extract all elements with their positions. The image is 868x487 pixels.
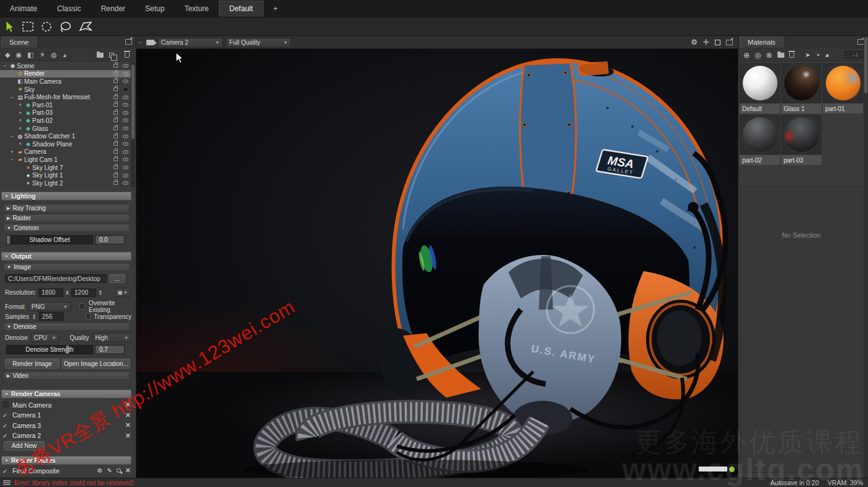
slider-handle[interactable] bbox=[7, 236, 10, 244]
pick-material-icon[interactable]: ➤ bbox=[805, 51, 810, 58]
material-thumbnail[interactable] bbox=[781, 115, 822, 154]
marquee-select-icon[interactable] bbox=[22, 21, 34, 32]
shadow-offset-slider[interactable]: Shadow Offset 0.0 bbox=[6, 235, 93, 244]
pass-preview-magnifier-icon[interactable] bbox=[117, 468, 121, 473]
menu-tab[interactable]: + bbox=[264, 1, 288, 17]
section-image[interactable]: ▼ Image bbox=[4, 263, 130, 271]
material-thumbnail[interactable] bbox=[823, 63, 863, 103]
visibility-eye-icon[interactable] bbox=[123, 174, 128, 177]
camera-enabled-checkbox[interactable] bbox=[2, 432, 12, 439]
menu-tab[interactable]: Default bbox=[219, 1, 264, 17]
lock-icon[interactable] bbox=[113, 127, 118, 130]
select-arrow-icon[interactable] bbox=[5, 20, 16, 33]
tree-row[interactable]: + ▰ Camera bbox=[0, 148, 131, 156]
viewport-settings-gear-icon[interactable]: ⚙ bbox=[691, 38, 698, 47]
tree-row[interactable]: + ◆ Shadow Plane bbox=[0, 140, 131, 148]
expander-toggle[interactable]: + bbox=[11, 149, 16, 155]
visibility-eye-icon[interactable] bbox=[123, 96, 128, 99]
scene-tree-scrollbar[interactable] bbox=[131, 62, 135, 187]
lock-icon[interactable] bbox=[113, 111, 118, 115]
resolution-stepper[interactable]: ▲▼ bbox=[99, 290, 102, 295]
expander-toggle[interactable]: + bbox=[19, 125, 24, 132]
remove-camera-icon[interactable]: ✕ bbox=[125, 401, 131, 409]
browse-button[interactable]: ... bbox=[109, 274, 125, 283]
visibility-eye-icon[interactable] bbox=[123, 158, 128, 161]
visibility-eye-icon[interactable] bbox=[123, 103, 128, 107]
viewport-3d[interactable]: − Camera 2▼ Full Quality▼ ⚙ ✛ bbox=[136, 36, 738, 478]
pass-settings-gear-icon[interactable]: ⚙ bbox=[97, 467, 102, 474]
expander-toggle[interactable]: − bbox=[11, 133, 16, 140]
section-ray-tracing[interactable]: ▶ Ray Tracing bbox=[4, 204, 130, 212]
visibility-eye-icon[interactable] bbox=[123, 118, 128, 122]
remove-camera-icon[interactable]: ✕ bbox=[125, 432, 131, 440]
add-material-icon[interactable]: ⊕ bbox=[743, 51, 750, 60]
viewport-collapse-dash[interactable]: − bbox=[139, 39, 143, 46]
history-back-icon[interactable]: ◔ bbox=[815, 51, 820, 60]
resolution-preset-dropdown[interactable]: ▦▼ bbox=[115, 288, 131, 297]
log-menu-icon[interactable] bbox=[3, 480, 11, 485]
materials-scrollbar[interactable] bbox=[864, 36, 868, 478]
material-item[interactable]: Default bbox=[740, 63, 780, 114]
quality-dropdown[interactable]: High▼ bbox=[92, 333, 132, 342]
tree-row[interactable]: − ▤ Full-Mesh-for Marmoset bbox=[0, 93, 131, 101]
section-raster[interactable]: ▶ Raster bbox=[4, 214, 130, 222]
lock-icon[interactable] bbox=[113, 96, 118, 99]
visibility-eye-icon[interactable] bbox=[123, 142, 128, 146]
expander-toggle[interactable]: + bbox=[19, 117, 24, 123]
visibility-eye-icon[interactable] bbox=[123, 87, 128, 91]
material-thumbnail[interactable] bbox=[740, 115, 780, 154]
render-camera-row[interactable]: Camera 3 ✕ bbox=[2, 421, 131, 430]
duplicate-icon[interactable] bbox=[109, 53, 114, 58]
tree-row[interactable]: + ◆ Part-01 bbox=[0, 101, 131, 109]
material-folder-icon[interactable] bbox=[777, 53, 784, 58]
lock-icon[interactable] bbox=[113, 79, 118, 83]
tree-row[interactable]: + ◆ Part-03 bbox=[0, 109, 131, 117]
remove-camera-icon[interactable]: ✕ bbox=[125, 411, 131, 419]
add-sky-icon[interactable]: ☀ bbox=[39, 51, 45, 59]
expander-toggle[interactable]: + bbox=[19, 102, 24, 108]
transparency-checkbox[interactable] bbox=[86, 313, 91, 319]
render-pass-row[interactable]: Final Composite ⚙ ✎ ✕ bbox=[2, 466, 131, 475]
add-camera-icon[interactable]: ◧ bbox=[27, 51, 33, 59]
visibility-eye-icon[interactable] bbox=[123, 127, 128, 130]
expander-toggle[interactable]: − bbox=[3, 63, 9, 69]
tree-row[interactable]: − ▰ Light Cam 1 bbox=[0, 156, 131, 164]
tree-row[interactable]: ● Sky Light 7 bbox=[0, 164, 131, 172]
viewport-align-icon[interactable]: ✛ bbox=[703, 38, 709, 47]
tree-row[interactable]: ● Sky Light 1 bbox=[0, 171, 131, 179]
section-video[interactable]: ▶ Video bbox=[4, 372, 130, 380]
section-render-passes[interactable]: ▼ Render Passes bbox=[1, 456, 131, 465]
new-folder-icon[interactable] bbox=[97, 53, 104, 58]
visibility-eye-icon[interactable] bbox=[123, 181, 128, 185]
material-thumbnail[interactable] bbox=[781, 63, 822, 103]
expander-toggle[interactable]: + bbox=[19, 141, 24, 147]
section-render-cameras[interactable]: ▼ Render Cameras bbox=[1, 390, 131, 398]
expander-toggle[interactable]: + bbox=[19, 110, 24, 116]
tree-row[interactable]: − ◍ Shadow Catcher 1 bbox=[0, 132, 131, 140]
lock-icon[interactable] bbox=[113, 64, 118, 68]
menu-tab[interactable]: Texture bbox=[174, 1, 218, 17]
remove-pass-icon[interactable]: ✕ bbox=[125, 467, 131, 475]
denoise-strength-slider[interactable]: Denoise Strength 0.7 bbox=[6, 345, 93, 354]
slider-value[interactable]: 0.0 bbox=[95, 235, 125, 244]
camera-enabled-checkbox[interactable] bbox=[2, 411, 12, 419]
expander-toggle[interactable]: − bbox=[11, 94, 16, 101]
camera-enabled-checkbox[interactable] bbox=[2, 422, 12, 429]
tree-row[interactable]: ☀ Sky bbox=[0, 86, 131, 94]
output-path-field[interactable]: C:/Users/DFMRendering/Desktop bbox=[5, 274, 107, 283]
material-item[interactable]: Glass 1 bbox=[781, 63, 822, 114]
lock-icon[interactable] bbox=[113, 72, 118, 76]
visibility-eye-icon[interactable] bbox=[123, 166, 128, 169]
resolution-height-field[interactable]: 1200 bbox=[71, 288, 96, 297]
quality-select-dropdown[interactable]: Full Quality▼ bbox=[226, 38, 291, 47]
render-camera-row[interactable]: Camera 2 ✕ bbox=[2, 431, 131, 440]
lock-icon[interactable] bbox=[113, 181, 118, 185]
delete-material-icon[interactable] bbox=[789, 53, 794, 58]
popout-panel-icon[interactable] bbox=[125, 39, 132, 45]
lock-icon[interactable] bbox=[113, 174, 118, 177]
remove-camera-icon[interactable]: ✕ bbox=[125, 421, 131, 429]
visibility-eye-icon[interactable] bbox=[123, 150, 128, 154]
duplicate-material-icon[interactable]: ◎ bbox=[755, 51, 761, 60]
visibility-eye-icon[interactable] bbox=[123, 111, 128, 115]
render-canvas[interactable]: MSA GALLET bbox=[136, 49, 738, 478]
